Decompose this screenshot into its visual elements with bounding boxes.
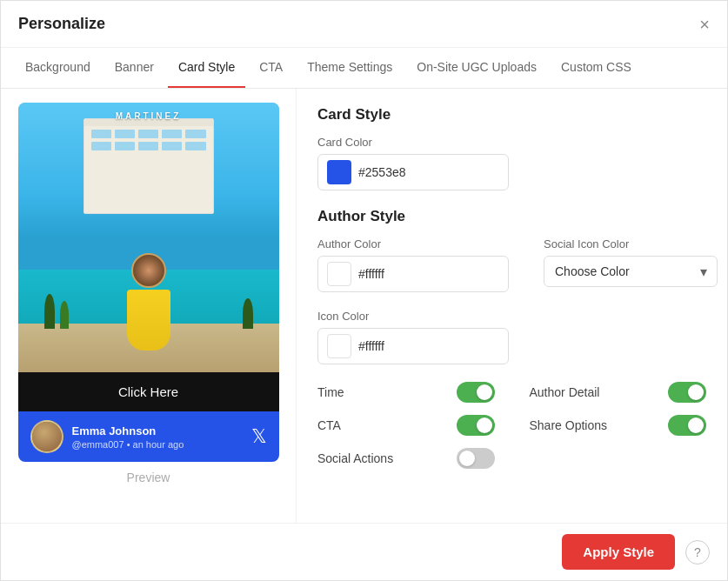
author-detail-toggle-slider bbox=[668, 382, 706, 403]
toggle-row-time: Time bbox=[317, 382, 495, 403]
card-footer: Emma Johnson @emma007 • an hour ago 𝕏 bbox=[18, 411, 279, 462]
author-info: Emma Johnson @emma007 • an hour ago bbox=[30, 420, 184, 453]
main-content: MARTINEZ Cli bbox=[1, 89, 727, 523]
tab-banner[interactable]: Banner bbox=[104, 48, 164, 88]
author-detail-toggle[interactable] bbox=[668, 382, 706, 403]
share-options-toggle-slider bbox=[668, 415, 706, 436]
toggle-section: Time Author Detail CTA bbox=[317, 382, 706, 469]
author-name: Emma Johnson bbox=[72, 424, 184, 437]
preview-label: Preview bbox=[127, 471, 170, 484]
dialog-header: Personalize × bbox=[1, 1, 727, 48]
click-here-button[interactable]: Click Here bbox=[18, 372, 279, 411]
twitter-icon: 𝕏 bbox=[251, 425, 267, 448]
card-color-label: Card Color bbox=[317, 136, 706, 149]
card-color-text[interactable] bbox=[358, 165, 499, 179]
social-actions-toggle[interactable] bbox=[457, 448, 495, 469]
author-style-heading: Author Style bbox=[317, 208, 706, 225]
author-color-input[interactable] bbox=[317, 256, 509, 292]
dialog-footer: Apply Style ? bbox=[1, 523, 727, 580]
preview-panel: MARTINEZ Cli bbox=[1, 89, 297, 523]
help-button[interactable]: ? bbox=[685, 540, 710, 564]
cta-toggle[interactable] bbox=[457, 415, 495, 436]
card-style-heading: Card Style bbox=[317, 106, 706, 124]
dialog-title: Personalize bbox=[18, 15, 105, 33]
tab-on-site-ugc[interactable]: On-Site UGC Uploads bbox=[406, 48, 547, 88]
card-image: MARTINEZ bbox=[18, 103, 279, 372]
tab-background[interactable]: Background bbox=[15, 48, 101, 88]
share-options-toggle[interactable] bbox=[668, 415, 706, 436]
share-options-toggle-label: Share Options bbox=[530, 418, 608, 432]
time-toggle[interactable] bbox=[457, 382, 495, 403]
author-style-section: Author Style Author Color Social Icon Co… bbox=[317, 208, 706, 364]
social-icon-color-select[interactable]: Choose Color White Black Custom bbox=[544, 256, 718, 287]
cta-toggle-slider bbox=[457, 415, 495, 436]
icon-color-input[interactable] bbox=[317, 328, 509, 364]
author-color-label: Author Color bbox=[317, 237, 509, 250]
card-color-swatch bbox=[327, 160, 351, 184]
author-text: Emma Johnson @emma007 • an hour ago bbox=[72, 424, 184, 450]
tab-custom-css[interactable]: Custom CSS bbox=[551, 48, 642, 88]
social-icon-color-field: Social Icon Color Choose Color White Bla… bbox=[544, 237, 718, 287]
icon-color-text[interactable] bbox=[358, 339, 499, 353]
personalize-dialog: Personalize × Background Banner Card Sty… bbox=[0, 0, 728, 581]
social-icon-color-dropdown-wrapper: Choose Color White Black Custom bbox=[544, 256, 718, 287]
author-handle: @emma007 • an hour ago bbox=[72, 439, 184, 450]
cta-toggle-label: CTA bbox=[317, 418, 341, 432]
hotel-name-label: MARTINEZ bbox=[116, 111, 182, 121]
author-color-field: Author Color bbox=[317, 237, 509, 310]
author-color-row: Author Color Social Icon Color Choose Co… bbox=[317, 237, 706, 310]
avatar bbox=[30, 420, 63, 453]
icon-color-label: Icon Color bbox=[317, 310, 706, 323]
social-actions-toggle-slider bbox=[457, 448, 495, 469]
toggle-row-social-actions: Social Actions bbox=[317, 448, 495, 469]
toggle-row-share-options: Share Options bbox=[530, 415, 707, 436]
tab-bar: Background Banner Card Style CTA Theme S… bbox=[1, 48, 727, 89]
settings-panel: Card Style Card Color Author Style Autho… bbox=[297, 89, 727, 523]
time-toggle-slider bbox=[457, 382, 495, 403]
icon-color-swatch bbox=[327, 334, 351, 358]
author-color-text[interactable] bbox=[358, 267, 499, 281]
apply-style-button[interactable]: Apply Style bbox=[562, 534, 675, 570]
toggle-row-cta: CTA bbox=[317, 415, 495, 436]
social-actions-toggle-label: Social Actions bbox=[317, 451, 393, 465]
social-icon-color-label: Social Icon Color bbox=[544, 237, 718, 250]
time-toggle-label: Time bbox=[317, 385, 344, 399]
card-color-input[interactable] bbox=[317, 154, 509, 190]
tab-theme-settings[interactable]: Theme Settings bbox=[297, 48, 403, 88]
close-button[interactable]: × bbox=[699, 16, 710, 33]
card-preview: MARTINEZ Cli bbox=[18, 103, 279, 462]
toggle-row-author-detail: Author Detail bbox=[530, 382, 707, 403]
tab-cta[interactable]: CTA bbox=[249, 48, 293, 88]
author-detail-toggle-label: Author Detail bbox=[530, 385, 600, 399]
tab-card-style[interactable]: Card Style bbox=[168, 48, 245, 88]
author-color-swatch bbox=[327, 262, 351, 286]
